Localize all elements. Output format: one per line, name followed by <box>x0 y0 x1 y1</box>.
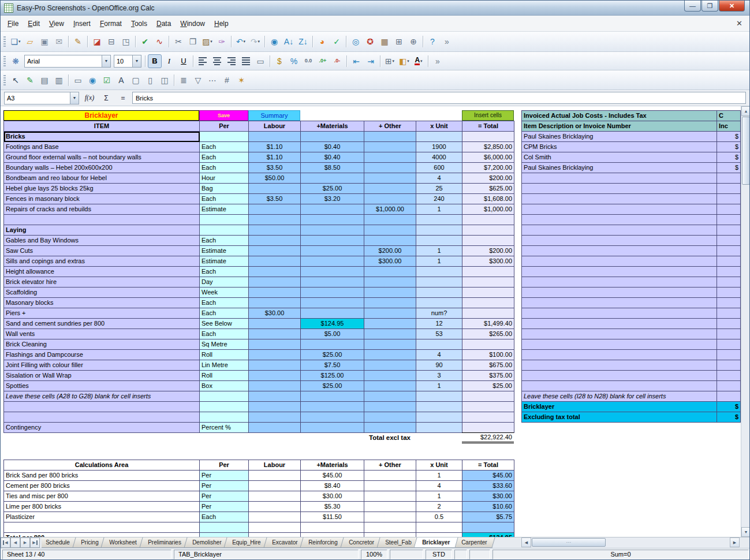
text-box-icon[interactable]: ▯ <box>143 73 157 87</box>
cell-item-row26[interactable]: Leave these cells (A28 to G28) blank for… <box>4 391 200 402</box>
print-icon[interactable]: ⊟ <box>105 35 118 48</box>
cell-other-row19[interactable] <box>364 319 416 329</box>
cell-other-row18[interactable] <box>364 308 416 319</box>
formatted-field-icon[interactable]: ◫ <box>158 73 171 87</box>
next-sheet-icon[interactable]: ▶ <box>20 537 30 548</box>
cell-per-row3[interactable]: Each <box>200 152 249 163</box>
dropdown-arrow-icon[interactable]: ▾ <box>18 39 21 44</box>
maximize-button[interactable]: ❐ <box>702 1 718 12</box>
cell-other-row21[interactable] <box>364 339 416 350</box>
cell-unit-row16[interactable] <box>416 288 462 298</box>
cell-per-row27[interactable] <box>200 402 249 412</box>
invoice-desc-row8[interactable] <box>522 204 717 215</box>
cell-total-row9[interactable] <box>462 215 514 225</box>
cell-materials-row8[interactable] <box>301 204 364 215</box>
cell-unit-row17[interactable] <box>416 298 462 308</box>
calc-cell-item-row7[interactable]: Total per 800 <box>4 533 200 537</box>
calc-cell-per-row5[interactable]: Each <box>200 512 249 522</box>
cell-total-row20[interactable]: $265.00 <box>462 329 514 339</box>
calc-cell-other-row2[interactable] <box>364 481 416 491</box>
sheet-tab-preliminaries[interactable]: Preliminaries <box>139 537 189 548</box>
dropdown-arrow-icon[interactable]: ▼ <box>102 55 110 67</box>
invoice-desc-row15[interactable] <box>522 277 717 288</box>
invoice-frag-row4[interactable]: $ <box>717 163 741 173</box>
calc-cell-per-row7[interactable] <box>200 533 249 537</box>
cell-total-row1[interactable] <box>462 132 514 142</box>
calc-cell-labour-row5[interactable] <box>249 512 301 522</box>
cell-other-row7[interactable] <box>364 194 416 204</box>
dropdown-arrow-icon[interactable]: ▾ <box>407 59 409 64</box>
invoice-desc-row25[interactable] <box>522 381 717 391</box>
cell-other-row15[interactable] <box>364 277 416 288</box>
cell-unit-row4[interactable]: 600 <box>416 163 462 173</box>
cell-other-row5[interactable] <box>364 173 416 184</box>
cell-item-row14[interactable]: Height allowance <box>4 267 200 277</box>
control-properties-icon[interactable]: ▤ <box>38 73 51 87</box>
calc-cell-unit-row6[interactable] <box>416 522 462 533</box>
cell-unit-row11[interactable] <box>416 236 462 246</box>
cell-materials-row13[interactable] <box>301 256 364 267</box>
calc-cell-materials-row1[interactable]: $45.00 <box>301 471 364 481</box>
main-cost-table[interactable]: ITEMPerLabour+Materials+ Otherx Unit= To… <box>3 121 514 433</box>
number-percent-icon[interactable]: % <box>287 54 301 68</box>
calc-cell-total-row6[interactable] <box>462 522 514 533</box>
total-excl-tax-value[interactable]: $22,922.40 <box>462 432 514 443</box>
cell-other-row26[interactable] <box>364 391 416 402</box>
zoom-icon[interactable]: ⊕ <box>406 35 420 48</box>
invoice-frag-row13[interactable] <box>717 256 741 267</box>
data-sources-icon[interactable]: ⊞ <box>392 35 406 48</box>
sort-descending-icon[interactable]: Z↓ <box>296 35 310 48</box>
font-size-combo[interactable]: 10▼ <box>114 55 141 68</box>
calc-cell-unit-row7[interactable] <box>416 533 462 537</box>
calc-cell-per-row1[interactable]: Per <box>200 471 249 481</box>
cell-total-row13[interactable]: $300.00 <box>462 256 514 267</box>
calc-cell-total-row1[interactable]: $45.00 <box>462 471 514 481</box>
cell-materials-row18[interactable] <box>301 308 364 319</box>
menu-edit[interactable]: Edit <box>23 18 44 29</box>
format-paintbrush-icon[interactable]: ✑ <box>215 35 229 48</box>
cell-item-row5[interactable]: Bondbeam and reo labour for Hebel <box>4 173 200 184</box>
cell-other-row9[interactable] <box>364 215 416 225</box>
cell-total-row27[interactable] <box>462 402 514 412</box>
cell-materials-row20[interactable]: $5.00 <box>301 329 364 339</box>
sheet-tab-worksheet[interactable]: Worksheet <box>101 537 145 548</box>
cell-item-row8[interactable]: Repairs of cracks and rebuilds <box>4 204 200 215</box>
dropdown-arrow-icon[interactable]: ▾ <box>420 59 423 64</box>
calc-cell-per-row6[interactable] <box>200 522 249 533</box>
banner-empty-cell[interactable] <box>364 110 416 121</box>
invoice-desc-row14[interactable] <box>522 267 717 277</box>
cell-item-row28[interactable] <box>4 412 200 423</box>
cell-total-row4[interactable]: $7,200.00 <box>462 163 514 173</box>
invoice-desc-row7[interactable] <box>522 194 717 204</box>
cell-labour-row7[interactable]: $3.50 <box>249 194 301 204</box>
cell-labour-row11[interactable] <box>249 236 301 246</box>
toolbar-grip[interactable] <box>3 56 6 66</box>
invoice-frag-row15[interactable] <box>717 277 741 288</box>
cell-total-row26[interactable] <box>462 391 514 402</box>
cell-materials-row22[interactable]: $25.00 <box>301 350 364 360</box>
cell-total-row18[interactable] <box>462 308 514 319</box>
invoice-frag-row9[interactable] <box>717 215 741 225</box>
navigator-icon[interactable]: ✪ <box>363 35 377 48</box>
cell-other-row24[interactable] <box>364 371 416 381</box>
calc-cell-total-row4[interactable]: $10.60 <box>462 502 514 512</box>
cell-per-row1[interactable] <box>200 132 249 142</box>
cell-labour-row27[interactable] <box>249 402 301 412</box>
add-decimal-icon[interactable]: .0+ <box>316 54 330 68</box>
toolbar-overflow-icon[interactable]: » <box>440 35 454 48</box>
cell-labour-row18[interactable]: $30.00 <box>249 308 301 319</box>
cell-per-row4[interactable]: Each <box>200 163 249 173</box>
cell-labour-row26[interactable] <box>249 391 301 402</box>
invoice-frag-row10[interactable] <box>717 225 741 236</box>
cell-per-row14[interactable]: Each <box>200 267 249 277</box>
calc-cell-item-row6[interactable] <box>4 522 200 533</box>
dropdown-arrow-icon[interactable]: ▾ <box>210 39 212 44</box>
cell-item-row23[interactable]: Joint Filling with colour filler <box>4 360 200 371</box>
find-replace-icon[interactable]: ◎ <box>349 35 363 48</box>
sheet-tab-demolisher[interactable]: Demolisher <box>184 537 230 548</box>
cell-item-row29[interactable]: Contingency <box>4 423 200 433</box>
invoice-desc-row5[interactable] <box>522 173 717 184</box>
cell-per-row8[interactable]: Estimate <box>200 204 249 215</box>
calc-cell-labour-row7[interactable] <box>249 533 301 537</box>
cell-item-row4[interactable]: Boundary walls – Hebel 200x600x200 <box>4 163 200 173</box>
